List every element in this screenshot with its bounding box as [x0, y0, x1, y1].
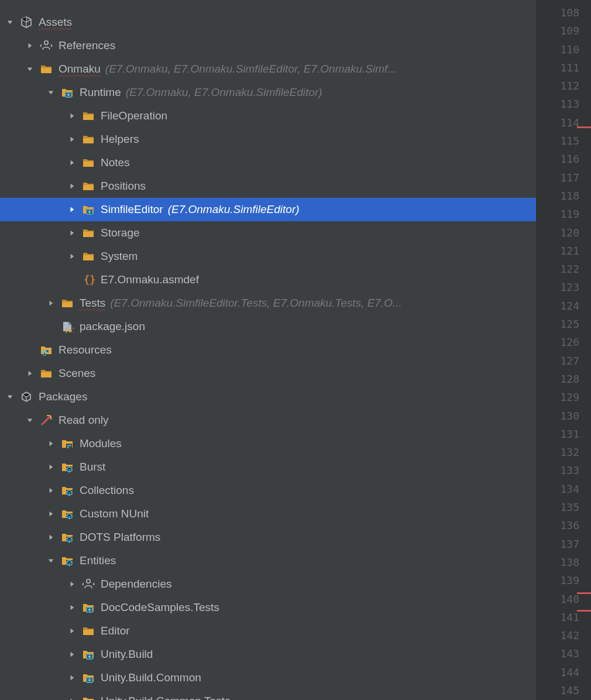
line-number: 125 [536, 315, 579, 333]
folder-icon [61, 297, 74, 310]
chevron-right-icon [68, 183, 76, 189]
tree-item-hint: (E7.Onmaku, E7.Onmaku.SimfileEditor, E7.… [105, 63, 397, 76]
tree-row[interactable]: Dependencies [0, 572, 536, 596]
tree-item-label: DocCodeSamples.Tests [101, 601, 219, 614]
chevron-right-icon [47, 441, 55, 447]
tree-row[interactable]: package.json [0, 315, 536, 338]
tree-item-label: Helpers [101, 133, 139, 146]
line-number: 136 [536, 516, 579, 534]
folder-pkg-b-icon [61, 484, 74, 497]
tree-row[interactable]: Onmaku(E7.Onmaku, E7.Onmaku.SimfileEdito… [0, 57, 536, 81]
tree-item-label: Unity.Build [101, 648, 153, 661]
chevron-right-icon [47, 464, 55, 470]
tree-item-label: Tests [80, 297, 105, 310]
folder-pkg-b-icon [61, 461, 74, 473]
line-number: 130 [536, 407, 579, 425]
folder-pkg-b-icon [61, 554, 74, 567]
tree-item-hint: (E7.Onmaku.SimfileEditor.Tests, E7.Onmak… [110, 297, 401, 310]
line-number: 117 [536, 169, 579, 187]
references-icon [82, 578, 95, 591]
folder-icon [82, 624, 95, 637]
tree-item-label: Custom NUnit [80, 507, 149, 520]
folder-icon [40, 63, 53, 76]
line-number: 115 [536, 132, 579, 150]
tree-row[interactable]: Positions [0, 174, 536, 198]
line-number: 126 [536, 333, 579, 351]
tree-item-label: Runtime [80, 86, 121, 99]
folder-asm-icon [61, 86, 74, 99]
chevron-right-icon [47, 300, 55, 306]
readonly-icon [40, 414, 53, 427]
line-number: 140 [536, 590, 579, 608]
folder-asm-icon [82, 648, 95, 661]
tree-row[interactable]: Notes [0, 151, 536, 174]
tree-row[interactable]: FileOperation [0, 104, 536, 128]
tree-item-label: Packages [39, 390, 87, 403]
tree-row[interactable]: References [0, 34, 536, 57]
line-number: 113 [536, 95, 579, 113]
folder-icon [40, 367, 53, 380]
tree-item-label: Collections [80, 484, 134, 497]
tree-row[interactable]: System [0, 245, 536, 268]
tree-row[interactable]: Unity.Build.Common.Tests [0, 689, 536, 700]
line-number: 145 [536, 681, 579, 699]
tree-item-label: package.json [80, 320, 145, 333]
tree-row[interactable]: Burst [0, 455, 536, 479]
line-number: 116 [536, 150, 579, 168]
line-number: 133 [536, 461, 579, 479]
tree-row[interactable]: DocCodeSamples.Tests [0, 596, 536, 619]
tree-row[interactable]: Resources [0, 338, 536, 362]
tree-row[interactable]: Tests(E7.Onmaku.SimfileEditor.Tests, E7.… [0, 291, 536, 315]
tree-row[interactable]: Runtime(E7.Onmaku, E7.Onmaku.SimfileEdit… [0, 81, 536, 104]
tree-row[interactable]: Assets [0, 11, 536, 34]
tree-row[interactable]: Unity.Build.Common [0, 666, 536, 689]
tree-row[interactable]: Unity.Build [0, 643, 536, 666]
chevron-right-icon [68, 113, 76, 119]
tree-row[interactable]: Entities [0, 549, 536, 572]
folder-icon [82, 227, 95, 239]
line-number: 110 [536, 40, 579, 59]
tree-item-label: Onmaku [59, 63, 101, 76]
folder-icon [82, 133, 95, 146]
folder-asm-icon [82, 203, 95, 216]
tree-row[interactable]: DOTS Platforms [0, 526, 536, 549]
line-number: 123 [536, 278, 579, 296]
folder-pkg-b-icon [61, 507, 74, 520]
folder-icon [82, 180, 95, 193]
tree-row[interactable]: SimfileEditor(E7.Onmaku.SimfileEditor) [0, 198, 536, 221]
folder-pkg-b-icon [61, 531, 74, 544]
line-number: 127 [536, 352, 579, 370]
tree-row[interactable]: Scenes [0, 362, 536, 385]
tree-item-label: Storage [101, 227, 140, 239]
chevron-right-icon [68, 136, 76, 142]
chevron-right-icon [68, 651, 76, 657]
chevron-down-icon [47, 558, 55, 564]
line-number: 143 [536, 644, 579, 663]
tree-row[interactable]: Custom NUnit [0, 502, 536, 526]
line-number: 121 [536, 242, 579, 260]
line-number: 138 [536, 553, 579, 571]
line-number: 128 [536, 370, 579, 388]
tree-row[interactable]: Packages [0, 385, 536, 409]
chevron-down-icon [26, 417, 34, 423]
chevron-right-icon [47, 488, 55, 493]
tree-row[interactable]: Helpers [0, 128, 536, 151]
tree-row[interactable]: Read only [0, 409, 536, 432]
folder-asm-icon [82, 601, 95, 614]
tree-row[interactable]: Collections [0, 479, 536, 502]
folder-icon [82, 250, 95, 263]
tree-row[interactable]: Editor [0, 619, 536, 643]
tree-row[interactable]: E7.Onmaku.asmdef [0, 268, 536, 291]
chevron-right-icon [68, 605, 76, 610]
line-number: 139 [536, 571, 579, 589]
tree-row[interactable]: Storage [0, 221, 536, 245]
chevron-right-icon [47, 511, 55, 517]
line-number: 118 [536, 187, 579, 205]
line-number: 134 [536, 480, 579, 498]
line-number: 144 [536, 663, 579, 681]
tree-item-label: FileOperation [101, 109, 167, 122]
project-tree[interactable]: AssetsReferencesOnmaku(E7.Onmaku, E7.Onm… [0, 0, 536, 700]
line-number: 122 [536, 260, 579, 278]
gutter-error-mark [577, 610, 591, 612]
tree-row[interactable]: Modules [0, 432, 536, 455]
